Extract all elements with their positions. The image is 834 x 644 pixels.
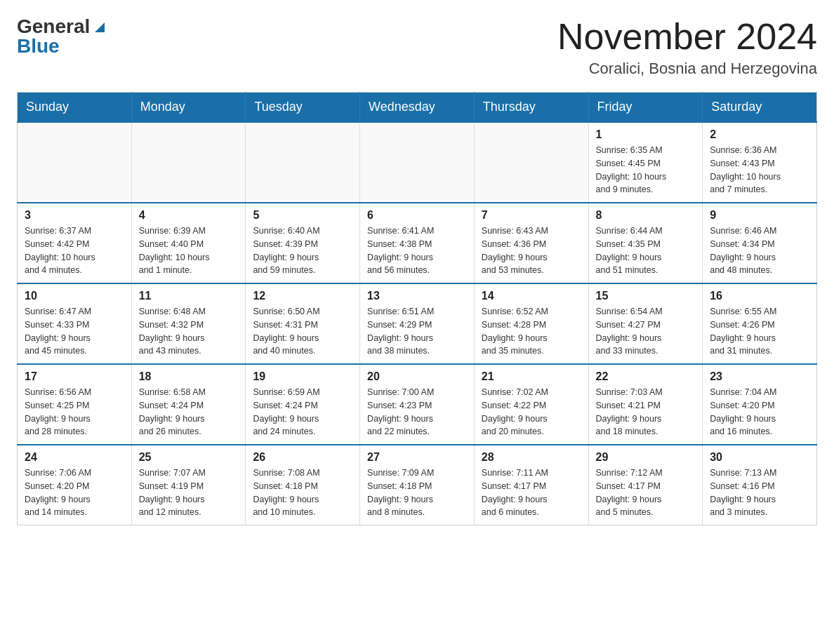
day-info: Sunrise: 7:03 AM Sunset: 4:21 PM Dayligh… (596, 386, 696, 438)
calendar-cell: 23Sunrise: 7:04 AM Sunset: 4:20 PM Dayli… (703, 364, 817, 445)
day-number: 27 (367, 451, 467, 464)
day-info: Sunrise: 6:44 AM Sunset: 4:35 PM Dayligh… (596, 224, 696, 277)
day-number: 17 (25, 370, 124, 383)
day-number: 8 (596, 209, 696, 222)
day-info: Sunrise: 6:41 AM Sunset: 4:38 PM Dayligh… (367, 224, 467, 277)
calendar-header-thursday: Thursday (474, 93, 588, 123)
calendar-cell: 29Sunrise: 7:12 AM Sunset: 4:17 PM Dayli… (588, 445, 703, 525)
day-info: Sunrise: 6:51 AM Sunset: 4:29 PM Dayligh… (367, 305, 467, 358)
day-info: Sunrise: 7:08 AM Sunset: 4:18 PM Dayligh… (253, 467, 352, 519)
day-info: Sunrise: 6:46 AM Sunset: 4:34 PM Dayligh… (710, 224, 809, 277)
day-number: 30 (710, 451, 809, 464)
day-info: Sunrise: 6:43 AM Sunset: 4:36 PM Dayligh… (482, 224, 581, 277)
day-number: 6 (367, 209, 467, 222)
calendar-cell: 30Sunrise: 7:13 AM Sunset: 4:16 PM Dayli… (703, 445, 817, 525)
calendar-cell: 1Sunrise: 6:35 AM Sunset: 4:45 PM Daylig… (588, 122, 703, 203)
calendar-cell: 18Sunrise: 6:58 AM Sunset: 4:24 PM Dayli… (131, 364, 246, 445)
day-info: Sunrise: 6:54 AM Sunset: 4:27 PM Dayligh… (596, 305, 696, 358)
day-info: Sunrise: 7:00 AM Sunset: 4:23 PM Dayligh… (367, 386, 467, 438)
month-title: November 2024 (557, 17, 817, 57)
header: General Blue November 2024 Coralici, Bos… (17, 17, 817, 78)
day-number: 29 (596, 451, 696, 464)
calendar-cell: 25Sunrise: 7:07 AM Sunset: 4:19 PM Dayli… (131, 445, 246, 525)
day-info: Sunrise: 6:50 AM Sunset: 4:31 PM Dayligh… (253, 305, 352, 358)
calendar-cell: 27Sunrise: 7:09 AM Sunset: 4:18 PM Dayli… (360, 445, 475, 525)
day-info: Sunrise: 7:07 AM Sunset: 4:19 PM Dayligh… (139, 467, 239, 519)
day-number: 11 (139, 290, 239, 302)
day-number: 20 (367, 370, 467, 383)
calendar-cell: 11Sunrise: 6:48 AM Sunset: 4:32 PM Dayli… (131, 283, 246, 364)
calendar-cell: 13Sunrise: 6:51 AM Sunset: 4:29 PM Dayli… (360, 283, 475, 364)
calendar-cell: 9Sunrise: 6:46 AM Sunset: 4:34 PM Daylig… (703, 203, 817, 283)
calendar-week-row: 17Sunrise: 6:56 AM Sunset: 4:25 PM Dayli… (18, 364, 817, 445)
day-number: 15 (596, 290, 696, 302)
calendar-cell: 16Sunrise: 6:55 AM Sunset: 4:26 PM Dayli… (703, 283, 817, 364)
calendar-cell: 5Sunrise: 6:40 AM Sunset: 4:39 PM Daylig… (246, 203, 360, 283)
day-number: 13 (367, 290, 467, 302)
day-info: Sunrise: 6:40 AM Sunset: 4:39 PM Dayligh… (253, 224, 352, 277)
calendar-week-row: 1Sunrise: 6:35 AM Sunset: 4:45 PM Daylig… (18, 122, 817, 203)
calendar-cell: 15Sunrise: 6:54 AM Sunset: 4:27 PM Dayli… (588, 283, 703, 364)
calendar-cell: 19Sunrise: 6:59 AM Sunset: 4:24 PM Dayli… (246, 364, 360, 445)
calendar-week-row: 10Sunrise: 6:47 AM Sunset: 4:33 PM Dayli… (18, 283, 817, 364)
calendar-cell: 2Sunrise: 6:36 AM Sunset: 4:43 PM Daylig… (703, 122, 817, 203)
calendar-cell: 7Sunrise: 6:43 AM Sunset: 4:36 PM Daylig… (474, 203, 588, 283)
day-number: 28 (482, 451, 581, 464)
day-info: Sunrise: 6:36 AM Sunset: 4:43 PM Dayligh… (710, 144, 809, 196)
day-info: Sunrise: 7:12 AM Sunset: 4:17 PM Dayligh… (596, 467, 696, 519)
calendar-header-monday: Monday (131, 93, 246, 123)
day-info: Sunrise: 6:59 AM Sunset: 4:24 PM Dayligh… (253, 386, 352, 438)
day-info: Sunrise: 6:52 AM Sunset: 4:28 PM Dayligh… (482, 305, 581, 358)
day-number: 21 (482, 370, 581, 383)
calendar-cell: 4Sunrise: 6:39 AM Sunset: 4:40 PM Daylig… (131, 203, 246, 283)
day-info: Sunrise: 6:48 AM Sunset: 4:32 PM Dayligh… (139, 305, 239, 358)
day-number: 19 (253, 370, 352, 383)
day-number: 10 (25, 290, 124, 302)
day-info: Sunrise: 6:39 AM Sunset: 4:40 PM Dayligh… (139, 224, 239, 277)
day-number: 23 (710, 370, 809, 383)
calendar-cell: 21Sunrise: 7:02 AM Sunset: 4:22 PM Dayli… (474, 364, 588, 445)
day-number: 1 (596, 128, 696, 141)
calendar-cell: 22Sunrise: 7:03 AM Sunset: 4:21 PM Dayli… (588, 364, 703, 445)
day-info: Sunrise: 6:47 AM Sunset: 4:33 PM Dayligh… (25, 305, 124, 358)
calendar-week-row: 24Sunrise: 7:06 AM Sunset: 4:20 PM Dayli… (18, 445, 817, 525)
logo-triangle-icon (92, 20, 107, 35)
logo: General Blue (17, 17, 107, 56)
day-info: Sunrise: 6:58 AM Sunset: 4:24 PM Dayligh… (139, 386, 239, 438)
day-info: Sunrise: 6:35 AM Sunset: 4:45 PM Dayligh… (596, 144, 696, 196)
calendar-cell: 17Sunrise: 6:56 AM Sunset: 4:25 PM Dayli… (18, 364, 132, 445)
day-info: Sunrise: 7:02 AM Sunset: 4:22 PM Dayligh… (482, 386, 581, 438)
svg-marker-0 (95, 22, 105, 32)
calendar-cell (474, 122, 588, 203)
calendar-cell (360, 122, 475, 203)
calendar-cell (131, 122, 246, 203)
calendar-cell (246, 122, 360, 203)
calendar-week-row: 3Sunrise: 6:37 AM Sunset: 4:42 PM Daylig… (18, 203, 817, 283)
calendar-header-saturday: Saturday (703, 93, 817, 123)
location-title: Coralici, Bosnia and Herzegovina (557, 60, 817, 78)
calendar-cell: 3Sunrise: 6:37 AM Sunset: 4:42 PM Daylig… (18, 203, 132, 283)
calendar-cell: 14Sunrise: 6:52 AM Sunset: 4:28 PM Dayli… (474, 283, 588, 364)
day-info: Sunrise: 6:55 AM Sunset: 4:26 PM Dayligh… (710, 305, 809, 358)
calendar-cell: 10Sunrise: 6:47 AM Sunset: 4:33 PM Dayli… (18, 283, 132, 364)
day-number: 3 (25, 209, 124, 222)
day-number: 26 (253, 451, 352, 464)
day-info: Sunrise: 7:09 AM Sunset: 4:18 PM Dayligh… (367, 467, 467, 519)
day-number: 16 (710, 290, 809, 302)
calendar-header-sunday: Sunday (18, 93, 132, 123)
day-number: 4 (139, 209, 239, 222)
calendar-header-wednesday: Wednesday (360, 93, 475, 123)
day-info: Sunrise: 7:13 AM Sunset: 4:16 PM Dayligh… (710, 467, 809, 519)
calendar-header-friday: Friday (588, 93, 703, 123)
calendar-cell: 8Sunrise: 6:44 AM Sunset: 4:35 PM Daylig… (588, 203, 703, 283)
day-number: 5 (253, 209, 352, 222)
calendar-cell: 20Sunrise: 7:00 AM Sunset: 4:23 PM Dayli… (360, 364, 475, 445)
title-area: November 2024 Coralici, Bosnia and Herze… (557, 17, 817, 78)
day-number: 2 (710, 128, 809, 141)
day-number: 7 (482, 209, 581, 222)
day-number: 14 (482, 290, 581, 302)
calendar-cell: 28Sunrise: 7:11 AM Sunset: 4:17 PM Dayli… (474, 445, 588, 525)
calendar-cell: 12Sunrise: 6:50 AM Sunset: 4:31 PM Dayli… (246, 283, 360, 364)
day-number: 12 (253, 290, 352, 302)
calendar-header-tuesday: Tuesday (246, 93, 360, 123)
